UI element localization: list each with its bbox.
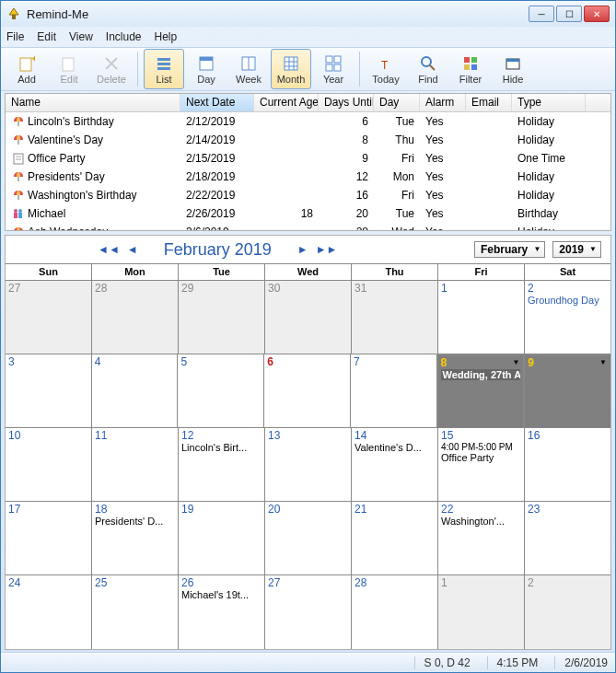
day-view-button[interactable]: Day xyxy=(186,49,227,89)
calendar-cell[interactable]: 4 xyxy=(92,354,179,428)
col-alarm[interactable]: Alarm xyxy=(420,94,466,111)
today-button[interactable]: T Today xyxy=(366,49,406,89)
week-view-button[interactable]: Week xyxy=(228,49,269,89)
col-name[interactable]: Name xyxy=(6,94,180,111)
calendar-cell[interactable]: 19 xyxy=(179,502,265,575)
day-number: 4 xyxy=(95,355,175,368)
delete-button[interactable]: Delete xyxy=(91,49,132,89)
calendar-body: 272829303112Groundhog Day345678Wedding, … xyxy=(6,281,610,649)
calendar-cell[interactable]: 28 xyxy=(352,575,438,649)
calendar-cell[interactable]: 3 xyxy=(6,354,92,428)
calendar-cell[interactable]: 31 xyxy=(352,281,438,354)
calendar-cell[interactable]: 29 xyxy=(179,281,265,354)
table-row[interactable]: Lincoln's Birthday2/12/20196TueYesHolida… xyxy=(6,112,610,131)
col-current-age[interactable]: Current Age xyxy=(254,94,319,111)
col-type[interactable]: Type xyxy=(512,94,586,111)
next-month-button[interactable]: ► xyxy=(297,243,308,256)
month-view-button[interactable]: Month xyxy=(271,49,311,89)
calendar-cell[interactable]: 5 xyxy=(178,354,264,428)
col-days-until[interactable]: Days Until xyxy=(319,94,374,111)
event-label[interactable]: Lincoln's Birt... xyxy=(181,442,262,453)
calendar-cell[interactable]: 25 xyxy=(92,575,179,649)
menu-view[interactable]: View xyxy=(69,30,93,43)
calendar-cell[interactable]: 6 xyxy=(264,354,351,428)
month-select[interactable]: February xyxy=(474,241,545,258)
calendar-cell[interactable]: 9 xyxy=(524,354,610,428)
calendar-cell[interactable]: 30 xyxy=(265,281,352,354)
prev-year-button[interactable]: ◄◄ xyxy=(98,243,120,256)
titlebar[interactable]: Remind-Me ─ ☐ ✕ xyxy=(1,1,615,27)
calendar-title[interactable]: February 2019 xyxy=(164,240,272,260)
calendar-cell[interactable]: 22Washington'... xyxy=(438,502,525,575)
col-next-date[interactable]: Next Date xyxy=(180,94,254,111)
menu-help[interactable]: Help xyxy=(155,30,178,43)
calendar-cell[interactable]: 23 xyxy=(525,502,610,575)
menu-include[interactable]: Include xyxy=(106,30,142,43)
calendar-cell[interactable]: 2Groundhog Day xyxy=(525,281,610,354)
event-label[interactable]: Washington'... xyxy=(441,516,521,527)
add-button[interactable]: ✦ Add xyxy=(6,49,47,89)
day-number: 1 xyxy=(441,282,521,295)
calendar-cell[interactable]: 27 xyxy=(6,281,92,354)
table-row[interactable]: Michael2/26/20191820TueYesBirthday xyxy=(6,204,610,223)
filter-button[interactable]: Filter xyxy=(450,49,491,89)
calendar-cell[interactable]: 17 xyxy=(6,502,92,575)
calendar-cell[interactable]: 1 xyxy=(438,281,525,354)
calendar-cell[interactable]: 18Presidents' D... xyxy=(92,502,179,575)
table-row[interactable]: Valentine's Day2/14/20198ThuYesHoliday xyxy=(6,131,610,149)
calendar-cell[interactable]: 11 xyxy=(92,428,179,502)
event-link[interactable]: Groundhog Day xyxy=(528,295,608,306)
day-number: 15 xyxy=(441,429,521,442)
prev-month-button[interactable]: ◄ xyxy=(127,243,138,256)
table-row[interactable]: Office Party2/15/20199FriYesOne Time xyxy=(6,149,610,168)
close-button[interactable]: ✕ xyxy=(584,6,610,22)
calendar-cell[interactable]: 27 xyxy=(265,575,352,649)
year-view-button[interactable]: Year xyxy=(313,49,354,89)
menu-file[interactable]: File xyxy=(6,30,24,43)
calendar-cell[interactable]: 154:00 PM-5:00 PMOffice Party xyxy=(438,428,525,502)
table-row[interactable]: Washington's Birthday2/22/201916FriYesHo… xyxy=(6,186,610,204)
table-row[interactable]: Ash Wednesday3/6/201928WedYesHoliday xyxy=(6,223,610,230)
maximize-button[interactable]: ☐ xyxy=(556,6,582,22)
day-number: 11 xyxy=(95,429,175,442)
year-select[interactable]: 2019 xyxy=(552,241,601,258)
event-label[interactable]: Presidents' D... xyxy=(95,516,175,527)
row-name: Michael xyxy=(28,207,65,220)
minimize-button[interactable]: ─ xyxy=(529,6,554,22)
list-view-button[interactable]: List xyxy=(144,49,184,89)
find-icon xyxy=(419,54,437,73)
calendar-cell[interactable]: 14Valentine's D... xyxy=(352,428,438,502)
find-button[interactable]: Find xyxy=(408,49,448,89)
hide-button[interactable]: Hide xyxy=(493,49,533,89)
calendar-cell[interactable]: 28 xyxy=(92,281,179,354)
calendar-cell[interactable]: 13 xyxy=(265,428,352,502)
calendar-cell[interactable]: 20 xyxy=(265,502,352,575)
calendar-cell[interactable]: 26Michael's 19t... xyxy=(179,575,265,649)
event-label[interactable]: Office Party xyxy=(441,452,521,463)
app-window: Remind-Me ─ ☐ ✕ File Edit View Include H… xyxy=(0,0,616,673)
edit-button[interactable]: Edit xyxy=(49,49,89,89)
svg-text:✦: ✦ xyxy=(30,55,35,65)
calendar-cell[interactable]: 10 xyxy=(6,428,92,502)
event-label[interactable]: Valentine's D... xyxy=(354,442,435,453)
calendar-cell[interactable]: 12Lincoln's Birt... xyxy=(179,428,265,502)
calendar-cell[interactable]: 16 xyxy=(525,428,610,502)
calendar-cell[interactable]: 7 xyxy=(351,354,437,428)
calendar-cell[interactable]: 2 xyxy=(525,575,610,649)
list-body[interactable]: Lincoln's Birthday2/12/20196TueYesHolida… xyxy=(6,112,610,230)
calendar-cell[interactable]: 21 xyxy=(352,502,438,575)
calendar-cell[interactable]: 8Wedding, 27th Anniversary xyxy=(437,354,525,428)
row-age xyxy=(254,120,319,123)
table-row[interactable]: Presidents' Day2/18/201912MonYesHoliday xyxy=(6,168,610,186)
calendar-cell[interactable]: 1 xyxy=(438,575,525,649)
row-name: Ash Wednesday xyxy=(28,226,108,230)
svg-rect-17 xyxy=(334,56,341,63)
event-selected[interactable]: Wedding, 27th Anniversary xyxy=(441,369,521,380)
calendar-cell[interactable]: 24 xyxy=(6,575,92,649)
event-label[interactable]: Michael's 19t... xyxy=(181,589,262,600)
menu-edit[interactable]: Edit xyxy=(37,30,56,43)
next-year-button[interactable]: ►► xyxy=(316,243,338,256)
col-email[interactable]: Email xyxy=(466,94,512,111)
row-day: Tue xyxy=(374,113,420,130)
col-day[interactable]: Day xyxy=(374,94,420,111)
